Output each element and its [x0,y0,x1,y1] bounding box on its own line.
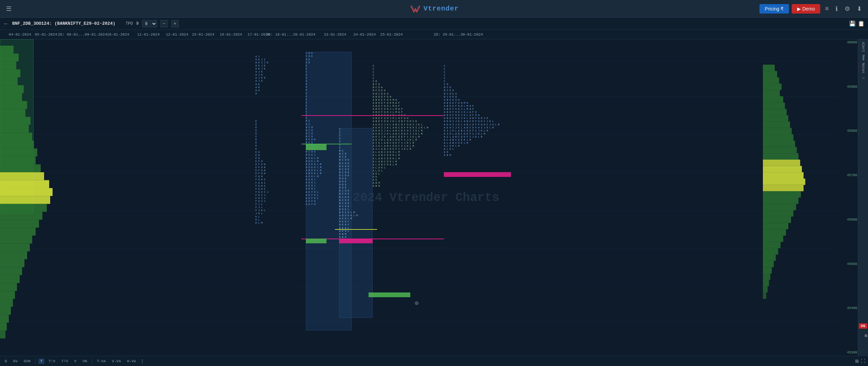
date-2d-08-09: 2D: 08-01...09-01-2024 [58,33,107,37]
copy-chart-button[interactable]: 📋 [858,20,865,27]
svg-rect-57 [763,141,795,147]
tab-hva[interactable]: H-VA [125,359,138,364]
instrument-bar: ← BNF_2DB_3OO124: (BANKNIFTY_E29-02-2024… [0,18,868,30]
svg-rect-60 [763,160,800,166]
svg-rect-38 [0,283,17,291]
date-10-01: 10-01-2024 [107,33,129,37]
price-45900: 45900 [838,85,857,89]
chart-canvas[interactable]: © 2024 Vtrender Charts [0,39,837,356]
svg-rect-68 [763,210,793,217]
date-header: 04-01-2024 05-01-2024 2D: 08-01...09-01-… [0,30,868,39]
date-16-01: 16-01-2024 [220,33,242,37]
tpo-col-24-01: CCCCC CCB CB C DB C D B C D EB C D EB C … [339,128,358,239]
date-2d-29-30: 2D: 29-01...30-01-2024 [434,33,483,37]
svg-rect-21 [0,148,37,156]
main-chart-area: © 2024 Vtrender Charts [0,39,868,356]
svg-rect-30 [0,220,39,227]
price-45800: 45800 [838,129,857,133]
svg-rect-70 [763,223,788,229]
top-header: ☰ Vtrender Pricing ₹ ▶ Demo ≡ ℹ ⚙ ⬇ [0,0,868,18]
svg-rect-51 [763,103,785,109]
demo-button[interactable]: ▶ Demo [792,4,820,14]
ug-badge[interactable]: UG [859,323,867,329]
svg-rect-61 [763,166,802,172]
svg-rect-36 [0,267,22,275]
settings-icon-button[interactable]: ⚙ [843,4,852,14]
tab-vva[interactable]: V-VA [110,359,123,364]
tpo-col-18-20: A IA K J IA K I J KA K J K A K J KA J KA… [255,55,268,225]
pricing-button[interactable]: Pricing ₹ [760,4,789,14]
right-volume-profile [763,39,807,356]
zoom-plus-button[interactable]: + [171,20,179,27]
tab-vn[interactable]: VN [80,359,89,364]
svg-rect-39 [0,291,15,299]
svg-rect-65 [763,191,801,198]
svg-rect-76 [763,261,774,267]
right-side-panel: Alert New Notes ☐ UG ⊞ [858,39,868,356]
svg-rect-58 [763,147,797,154]
svg-rect-41 [0,307,11,314]
menu-button[interactable]: ☰ [4,4,14,14]
svg-rect-75 [763,255,776,261]
bottom-right-controls: ⊞ ⛶ [855,359,865,364]
price-45300: 45300 [838,351,857,354]
pink-band-29-30 [444,172,511,177]
yellow-line [335,229,377,230]
svg-rect-27 [0,196,50,204]
tab-tv[interactable]: T:V [46,359,57,364]
checkbox-icon[interactable]: ☐ [861,76,865,80]
crosshair-icon[interactable]: ⊕ [415,299,419,307]
price-scale: 46000 45900 45800 45700 45600 45500 4540… [837,39,858,356]
notes-label[interactable]: Notes [861,63,865,73]
svg-rect-18 [0,125,29,133]
date-24-01: 24-01-2024 [353,33,376,37]
svg-rect-14 [0,93,22,101]
svg-rect-44 [0,330,5,338]
svg-rect-26 [0,188,53,196]
grid-view-button[interactable]: ⊞ [855,359,859,364]
back-button[interactable]: ← [3,21,9,27]
svg-rect-8 [0,46,14,54]
tpo-col-29-30: CCCCCC C DB C DB C D AB C D E A B C D E … [444,65,499,157]
svg-rect-29 [0,212,42,220]
info-icon-button[interactable]: ℹ [833,4,840,14]
date-11-01: 11-01-2024 [137,33,160,37]
price-45600: 45600 [838,218,857,222]
save-chart-button[interactable]: 💾 [849,20,856,27]
left-profile-svg [0,39,54,356]
svg-rect-71 [763,229,786,236]
svg-rect-31 [0,228,36,236]
svg-rect-46 [763,71,777,77]
date-3d-18-20: 3D: 18-01...20-01-2024 [266,33,315,37]
tab-gvn[interactable]: GVN [22,359,33,364]
svg-rect-62 [763,172,804,179]
svg-rect-47 [763,77,779,84]
column-icon[interactable]: ⊞ [865,333,867,339]
tab-tva[interactable]: T-VA [95,359,108,364]
tab-gv[interactable]: GV [11,359,20,364]
more-options-button[interactable]: ⋮ [140,359,144,364]
tab-t-div-v[interactable]: T/V [59,359,70,364]
date-05-01: 05-01-2024 [35,33,57,37]
expand-button[interactable]: ⛶ [861,359,865,364]
date-15-01: 15-01-2024 [192,33,214,37]
date-04-01: 04-01-2024 [9,33,31,37]
tab-d[interactable]: D [3,359,9,364]
svg-rect-80 [763,286,768,293]
svg-rect-53 [763,115,788,122]
header-right: Pricing ₹ ▶ Demo ≡ ℹ ⚙ ⬇ [760,4,864,14]
list-icon-button[interactable]: ≡ [823,4,831,14]
tpo-col-25-01: CCCCC C DB C DB C D AB C D E A A B C D E… [373,65,428,188]
svg-rect-24 [0,172,44,180]
download-icon-button[interactable]: ⬇ [855,4,864,14]
tab-v[interactable]: V [72,359,79,364]
zoom-minus-button[interactable]: − [160,20,168,27]
tpo-dropdown[interactable]: 91326 [142,20,157,27]
alert-label[interactable]: Alert [861,42,865,52]
new-label: New [862,55,865,60]
instrument-name: BNF_2DB_3OO124: (BANKNIFTY_E29-02-2024) [12,21,115,26]
svg-rect-81 [763,292,766,299]
svg-rect-74 [763,248,778,255]
tab-t[interactable]: T [38,359,45,364]
svg-rect-33 [0,243,30,251]
